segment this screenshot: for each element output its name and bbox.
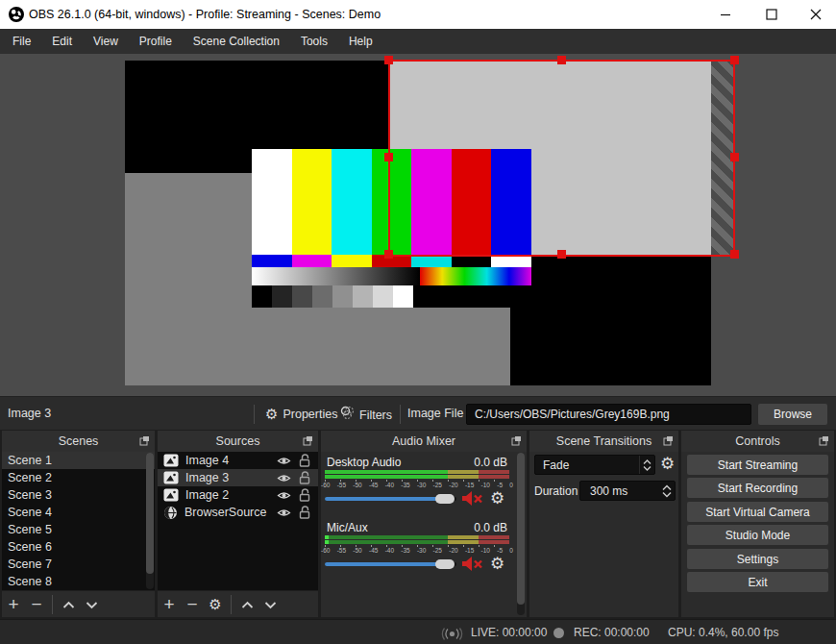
volume-slider-fill [325, 562, 442, 566]
toolbar-separator [231, 595, 232, 614]
scene-item[interactable]: Scene 2 [2, 469, 155, 486]
visibility-eye-icon[interactable] [277, 456, 291, 466]
selection-handle-top-left[interactable] [384, 56, 393, 64]
selection-handle-bottom-left[interactable] [384, 250, 393, 259]
popout-icon[interactable] [663, 435, 674, 449]
sources-list: Image 4 Image 3 Image 2 [158, 452, 318, 590]
move-source-down-button[interactable] [258, 593, 282, 616]
selection-handle-bottom-center[interactable] [557, 250, 566, 259]
move-scene-down-button[interactable] [80, 593, 103, 616]
preview-area [0, 54, 836, 396]
transition-select[interactable]: Fade [534, 455, 655, 475]
channel-settings-gear-icon[interactable]: ⚙ [490, 490, 504, 508]
volume-meter [325, 535, 509, 539]
gear-icon: ⚙ [265, 406, 278, 423]
source-row[interactable]: BrowserSource [158, 504, 318, 521]
source-row[interactable]: Image 2 [158, 486, 318, 504]
popout-icon[interactable] [139, 435, 150, 449]
duration-spinbox[interactable]: 300 ms [579, 481, 676, 501]
visibility-eye-icon[interactable] [277, 490, 291, 501]
remove-source-button[interactable]: − [181, 593, 204, 616]
source-properties-gear-icon[interactable]: ⚙ [204, 596, 227, 613]
image-source-icon [163, 488, 179, 502]
move-source-up-button[interactable] [235, 593, 258, 616]
meter-tick-labels: -60-55-50-45-40-35-30-25-20-15-10-50 [321, 482, 513, 488]
move-scene-up-button[interactable] [57, 593, 80, 616]
menu-tools[interactable]: Tools [290, 29, 338, 54]
menu-profile[interactable]: Profile [129, 29, 183, 54]
visibility-eye-icon[interactable] [277, 473, 291, 483]
start-recording-button[interactable]: Start Recording [687, 478, 828, 498]
selection-handle-top-right[interactable] [730, 56, 739, 64]
add-scene-button[interactable]: + [2, 593, 25, 616]
minimize-button[interactable] [709, 0, 742, 29]
popout-icon[interactable] [511, 435, 522, 449]
lock-open-icon[interactable] [299, 506, 310, 519]
volume-slider-handle[interactable] [435, 494, 455, 504]
exit-button[interactable]: Exit [687, 572, 828, 592]
studio-mode-button[interactable]: Studio Mode [687, 525, 828, 545]
channel-level: 0.0 dB [474, 521, 507, 534]
menu-file[interactable]: File [2, 29, 41, 54]
filters-button[interactable]: Filters [340, 406, 392, 424]
lock-open-icon[interactable] [299, 454, 310, 467]
scrollbar-thumb[interactable] [517, 453, 525, 605]
scene-item[interactable]: Scene 7 [2, 556, 155, 573]
obs-window: OBS 26.1.0 (64-bit, windows) - Profile: … [0, 0, 836, 644]
scene-item[interactable]: Scene 4 [2, 504, 155, 521]
popout-icon[interactable] [303, 435, 313, 449]
menu-view[interactable]: View [83, 29, 129, 54]
menu-scene-collection[interactable]: Scene Collection [183, 29, 290, 54]
spinner-buttons[interactable] [659, 482, 675, 500]
source-row[interactable]: Image 4 [158, 452, 318, 469]
selection-handle-bottom-right[interactable] [730, 250, 739, 259]
toolbar-separator [400, 405, 401, 424]
source-row[interactable]: Image 3 [158, 469, 318, 486]
chevron-updown-icon [639, 456, 654, 474]
volume-slider-handle[interactable] [435, 559, 455, 569]
selection-handle-mid-left[interactable] [384, 153, 393, 161]
lock-open-icon[interactable] [299, 488, 310, 502]
channel-settings-gear-icon[interactable]: ⚙ [490, 556, 504, 573]
maximize-button[interactable] [755, 0, 788, 29]
popout-icon[interactable] [819, 435, 829, 449]
toolbar-separator [254, 405, 255, 424]
channel-name: Mic/Aux [327, 521, 368, 534]
scenes-scrollbar[interactable] [146, 453, 154, 589]
properties-button[interactable]: ⚙ Properties [265, 406, 337, 423]
scene-item[interactable]: Scene 8 [2, 573, 155, 590]
scene-item[interactable]: Scene 6 [2, 538, 155, 556]
start-virtual-camera-button[interactable]: Start Virtual Camera [687, 502, 828, 522]
mute-speaker-icon[interactable] [461, 556, 484, 576]
image-file-input[interactable] [466, 404, 751, 425]
transition-settings-gear-icon[interactable]: ⚙ [660, 456, 675, 473]
broadcast-icon [441, 627, 463, 644]
menu-help[interactable]: Help [338, 29, 383, 54]
globe-icon [163, 506, 178, 520]
selection-outline [388, 60, 735, 257]
image-source-icon [163, 454, 179, 467]
toolbar-separator [52, 595, 53, 614]
scene-item[interactable]: Scene 1 [2, 452, 155, 469]
settings-button[interactable]: Settings [687, 549, 828, 569]
mixer-scrollbar[interactable] [517, 453, 525, 615]
visibility-eye-icon[interactable] [277, 508, 291, 518]
scene-item[interactable]: Scene 5 [2, 521, 155, 538]
controls-header: Controls [681, 431, 834, 452]
sources-header: Sources [158, 431, 318, 452]
cpu-fps-stats: CPU: 0.4%, 60.00 fps [668, 626, 778, 639]
browse-button[interactable]: Browse [758, 404, 827, 425]
scene-item[interactable]: Scene 3 [2, 486, 155, 504]
close-button[interactable] [799, 0, 832, 29]
menu-edit[interactable]: Edit [41, 29, 83, 54]
selection-handle-top-center[interactable] [557, 56, 566, 64]
mute-speaker-icon[interactable] [461, 490, 484, 510]
source-toolbar: Image 3 ⚙ Properties Filters Image File … [0, 396, 836, 430]
scrollbar-thumb[interactable] [146, 453, 154, 574]
remove-scene-button[interactable]: − [25, 593, 48, 616]
start-streaming-button[interactable]: Start Streaming [687, 455, 828, 475]
selection-handle-mid-right[interactable] [730, 153, 739, 161]
add-source-button[interactable]: + [158, 593, 181, 616]
scenes-header: Scenes [2, 431, 155, 452]
lock-open-icon[interactable] [299, 471, 310, 484]
